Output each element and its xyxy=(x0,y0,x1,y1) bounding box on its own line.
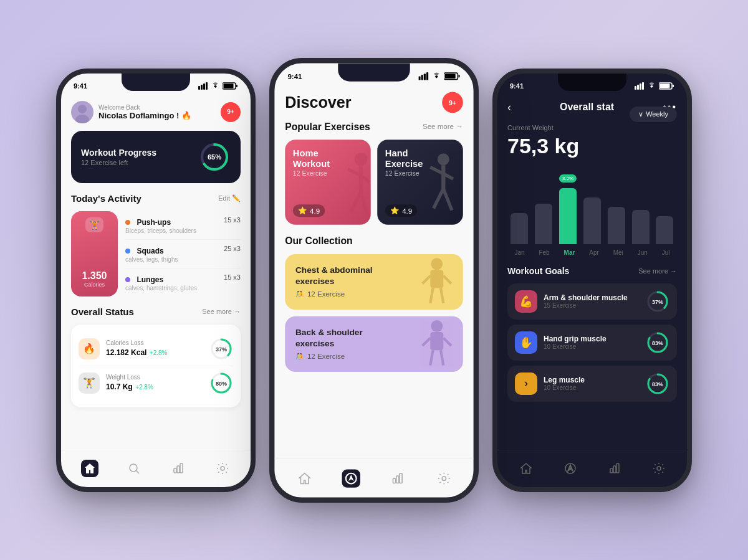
bar-col-apr xyxy=(583,197,601,244)
svg-rect-0 xyxy=(198,86,200,90)
hand-sub: 10 Exercise xyxy=(544,343,640,350)
goal-hand[interactable]: ✋ Hand grip muscle 10 Exercise 83% xyxy=(507,325,677,361)
back-icon: 🤼 xyxy=(295,352,305,361)
svg-rect-64 xyxy=(642,82,644,90)
svg-rect-29 xyxy=(458,75,459,77)
arm-name: Arm & shoulder muscle xyxy=(544,293,640,302)
ex-dot-2 xyxy=(125,249,130,254)
hw-rating: ⭐ 4.9 xyxy=(293,204,325,217)
weight-label: Current Weight xyxy=(507,124,677,131)
stats-title: Overall stat xyxy=(560,102,614,113)
back-count: 12 Exercise xyxy=(307,352,345,360)
he-title: HandExercise xyxy=(385,147,455,169)
calories-val: 1.350 xyxy=(82,270,107,282)
nav-home-2[interactable] xyxy=(295,468,313,486)
svg-line-54 xyxy=(441,349,443,364)
calories-progress-circle: 37% xyxy=(209,337,233,361)
svg-rect-1 xyxy=(201,85,203,90)
chest-content: Chest & abdominalexercises 🤼 12 Exercise xyxy=(285,257,411,306)
popular-grid: HomeWorkout 12 Exercise ⭐ 4.9 xyxy=(285,140,463,225)
exercise-item-3[interactable]: Lunges 15 x3 calves, hamstrings, glutes xyxy=(125,268,241,297)
arm-progress: 37% xyxy=(646,290,669,313)
exercise-item-1[interactable]: Push-ups 15 x3 Biceps, triceps, shoulder… xyxy=(125,211,241,240)
ex-name-3: Lunges xyxy=(137,275,163,284)
hand-exercise-card[interactable]: HandExercise 12 Exercise ⭐ 4.9 xyxy=(377,140,463,225)
svg-rect-58 xyxy=(396,475,398,483)
svg-point-8 xyxy=(75,115,89,123)
svg-text:65%: 65% xyxy=(208,153,221,161)
month-jul: Jul xyxy=(662,249,670,256)
exercise-item-2[interactable]: Squads 25 x3 calves, legs, thighs xyxy=(125,240,241,268)
stat-label-calories: Calories Loss xyxy=(106,339,203,346)
svg-line-48 xyxy=(441,288,443,303)
bar-col-jun xyxy=(632,210,650,244)
popular-see-more[interactable]: See more → xyxy=(423,122,463,130)
month-apr: Apr xyxy=(589,249,599,256)
home-workout-card[interactable]: HomeWorkout 12 Exercise ⭐ 4.9 xyxy=(285,140,371,225)
svg-rect-27 xyxy=(426,72,428,80)
hand-icon-box: ✋ xyxy=(515,331,537,354)
bar-col-mar: 3.2% xyxy=(559,188,577,244)
svg-point-60 xyxy=(442,476,446,480)
weight-change: +2.8% xyxy=(135,384,153,391)
notification-button[interactable]: 9+ xyxy=(221,102,241,122)
wifi-icon-3 xyxy=(647,82,656,90)
svg-rect-79 xyxy=(610,468,613,473)
nav-settings-2[interactable] xyxy=(434,468,453,486)
back-button[interactable]: ‹ xyxy=(507,101,511,114)
he-rating: ⭐ 4.9 xyxy=(385,204,418,217)
wp-subtitle: 12 Exercise left xyxy=(81,159,156,166)
wp-title: Workout Progress xyxy=(81,148,156,158)
weight-val-text: 10.7 Kg xyxy=(106,382,133,391)
weight-val: 75,3 kg xyxy=(507,134,579,158)
goal-leg[interactable]: › Leg muscle 10 Exercise 83% xyxy=(507,366,677,402)
nav-settings-1[interactable] xyxy=(214,460,231,477)
arm-sub: 15 Exercise xyxy=(544,302,640,309)
goals-see-more[interactable]: See more → xyxy=(638,267,677,275)
status-icons-3 xyxy=(635,82,674,90)
overall-see-more[interactable]: See more → xyxy=(202,308,241,315)
calories-label: Calories xyxy=(84,282,105,288)
back-card[interactable]: Back & shoulderexercises 🤼 12 Exercise xyxy=(285,316,463,371)
stat-row-calories[interactable]: 🔥 Calories Loss 12.182 Kcal +2.8% 37% xyxy=(79,332,233,366)
star-icon-2: ⭐ xyxy=(390,206,400,215)
bottom-nav-2 xyxy=(274,458,473,497)
nav-discover-2[interactable] xyxy=(342,468,360,486)
bar-col-jul xyxy=(656,216,673,244)
nav-search-1[interactable] xyxy=(125,460,143,477)
workout-progress-card[interactable]: Workout Progress 12 Exercise left 65% xyxy=(71,131,241,183)
ex-reps-2: 25 x3 xyxy=(224,245,241,252)
bar-col-mei xyxy=(608,207,625,244)
svg-rect-63 xyxy=(640,83,641,90)
month-mar: Mar xyxy=(564,249,575,256)
nav-home-3[interactable] xyxy=(517,460,535,477)
notif-btn-2[interactable]: 9+ xyxy=(442,92,463,113)
nav-home-1[interactable] xyxy=(81,460,98,477)
chest-card[interactable]: Chest & abdominalexercises 🤼 12 Exercise xyxy=(285,254,463,310)
activity-edit[interactable]: Edit ✏️ xyxy=(218,194,241,202)
stat-info-calories: Calories Loss 12.182 Kcal +2.8% xyxy=(106,339,203,358)
workout-goals: Workout Goals See more → 💪 Arm & shoulde… xyxy=(507,266,677,402)
nav-settings-3[interactable] xyxy=(650,460,668,477)
notif-count-2: 9+ xyxy=(449,98,456,106)
activity-card: 🏋️ 1.350 Calories Push-ups 15 x3 Biceps,… xyxy=(71,211,241,297)
weekly-button[interactable]: ∨ Weekly xyxy=(630,107,677,122)
back-image xyxy=(411,316,463,371)
bar-jul xyxy=(656,216,673,244)
goal-arm[interactable]: 💪 Arm & shoulder muscle 15 Exercise 37% xyxy=(507,283,677,320)
weight-icon-box: 🏋️ xyxy=(79,373,100,394)
nav-discover-3[interactable] xyxy=(562,460,579,477)
ex-muscles-3: calves, hamstrings, glutes xyxy=(125,285,241,292)
calories-box: 🏋️ 1.350 Calories xyxy=(71,211,118,297)
stat-row-weight[interactable]: 🏋️ Weight Loss 10.7 Kg +2.8% 80% xyxy=(79,366,233,400)
phones-container: 9:41 Welcome Back Nicolas Doflamingo ! 🔥 xyxy=(44,56,704,505)
avatar-section: Welcome Back Nicolas Doflamingo ! 🔥 xyxy=(71,101,191,123)
nav-chart-3[interactable] xyxy=(606,460,623,477)
stat-info-weight: Weight Loss 10.7 Kg +2.8% xyxy=(106,374,203,392)
nav-chart-1[interactable] xyxy=(170,460,187,477)
nav-chart-2[interactable] xyxy=(388,468,406,486)
svg-line-53 xyxy=(430,349,433,364)
time-2: 9:41 xyxy=(287,72,302,80)
home-workout-content: HomeWorkout 12 Exercise ⭐ 4.9 xyxy=(285,140,371,225)
ex-reps-1: 15 x3 xyxy=(224,216,241,224)
